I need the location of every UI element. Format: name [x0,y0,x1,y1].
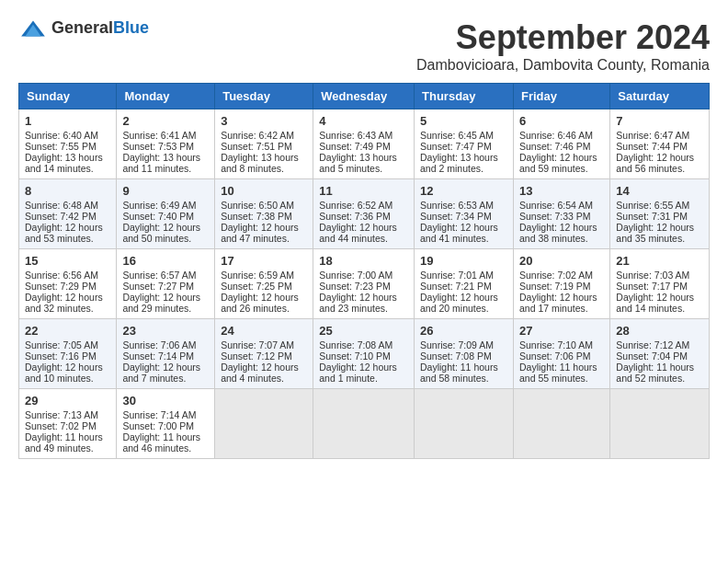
calendar-cell: 23 Sunrise: 7:06 AM Sunset: 7:14 PM Dayl… [117,319,215,389]
sunrise-label: Sunrise: 6:56 AM [25,270,98,281]
calendar-cell: 28 Sunrise: 7:12 AM Sunset: 7:04 PM Dayl… [610,319,710,389]
calendar-week-row: 22 Sunrise: 7:05 AM Sunset: 7:16 PM Dayl… [19,319,710,389]
daylight-label: Daylight: 12 hours and 4 minutes. [221,362,299,384]
day-number: 10 [221,184,307,198]
daylight-label: Daylight: 12 hours and 23 minutes. [319,292,397,314]
sunset-label: Sunset: 7:34 PM [420,211,492,222]
calendar-cell: 27 Sunrise: 7:10 AM Sunset: 7:06 PM Dayl… [513,319,609,389]
calendar-cell: 2 Sunrise: 6:41 AM Sunset: 7:53 PM Dayli… [117,109,215,179]
day-number: 9 [122,184,209,198]
sunset-label: Sunset: 7:36 PM [319,211,391,222]
day-number: 11 [319,184,408,198]
daylight-label: Daylight: 12 hours and 17 minutes. [519,292,597,314]
calendar-cell: 9 Sunrise: 6:49 AM Sunset: 7:40 PM Dayli… [117,179,215,249]
daylight-label: Daylight: 13 hours and 8 minutes. [221,152,299,174]
day-number: 17 [221,254,307,268]
daylight-label: Daylight: 13 hours and 2 minutes. [420,152,498,174]
sunrise-label: Sunrise: 6:43 AM [319,130,392,141]
daylight-label: Daylight: 12 hours and 1 minute. [319,362,397,384]
sunset-label: Sunset: 7:42 PM [25,211,97,222]
day-of-week-header: Wednesday [313,84,415,109]
calendar-week-row: 15 Sunrise: 6:56 AM Sunset: 7:29 PM Dayl… [19,249,710,319]
sunset-label: Sunset: 7:47 PM [420,141,492,152]
day-number: 27 [519,324,604,338]
sunrise-label: Sunrise: 7:03 AM [616,270,689,281]
day-number: 6 [519,114,604,128]
calendar-table: SundayMondayTuesdayWednesdayThursdayFrid… [18,83,710,459]
sunset-label: Sunset: 7:40 PM [122,211,194,222]
sunrise-label: Sunrise: 6:48 AM [25,200,98,211]
day-of-week-header: Tuesday [215,84,313,109]
daylight-label: Daylight: 11 hours and 46 minutes. [122,431,200,454]
sunset-label: Sunset: 7:19 PM [519,281,591,292]
title-area: September 2024 Dambovicioara, Dambovita … [416,18,710,74]
day-number: 25 [319,324,408,338]
daylight-label: Daylight: 12 hours and 59 minutes. [519,152,597,174]
sunset-label: Sunset: 7:51 PM [221,141,292,152]
sunset-label: Sunset: 7:21 PM [420,281,492,292]
sunrise-label: Sunrise: 6:55 AM [616,200,689,211]
day-number: 24 [221,324,307,338]
sunset-label: Sunset: 7:55 PM [25,141,97,152]
calendar-cell: 4 Sunrise: 6:43 AM Sunset: 7:49 PM Dayli… [313,109,415,179]
day-number: 20 [519,254,604,268]
logo-icon [18,19,48,38]
sunset-label: Sunset: 7:10 PM [319,350,391,362]
daylight-label: Daylight: 12 hours and 38 minutes. [519,222,597,244]
sunrise-label: Sunrise: 7:08 AM [319,339,392,350]
calendar-cell: 20 Sunrise: 7:02 AM Sunset: 7:19 PM Dayl… [513,249,609,319]
sunrise-label: Sunrise: 6:41 AM [122,130,196,141]
daylight-label: Daylight: 13 hours and 14 minutes. [25,152,103,174]
sunrise-label: Sunrise: 6:59 AM [221,270,294,281]
calendar-cell [215,389,313,459]
sunrise-label: Sunrise: 6:49 AM [122,200,196,211]
day-number: 2 [122,114,209,128]
calendar-week-row: 29 Sunrise: 7:13 AM Sunset: 7:02 PM Dayl… [19,389,710,459]
calendar-cell: 25 Sunrise: 7:08 AM Sunset: 7:10 PM Dayl… [313,319,415,389]
calendar-cell: 10 Sunrise: 6:50 AM Sunset: 7:38 PM Dayl… [215,179,313,249]
day-number: 18 [319,254,408,268]
sunset-label: Sunset: 7:44 PM [616,141,688,152]
day-number: 22 [25,324,110,338]
calendar-cell: 18 Sunrise: 7:00 AM Sunset: 7:23 PM Dayl… [313,249,415,319]
calendar-cell: 24 Sunrise: 7:07 AM Sunset: 7:12 PM Dayl… [215,319,313,389]
sunrise-label: Sunrise: 7:05 AM [25,339,98,350]
day-of-week-header: Saturday [610,84,710,109]
day-number: 23 [122,324,209,338]
sunrise-label: Sunrise: 7:01 AM [420,270,494,281]
logo: GeneralBlue [18,18,149,38]
sunrise-label: Sunrise: 6:40 AM [25,130,98,141]
calendar-cell: 21 Sunrise: 7:03 AM Sunset: 7:17 PM Dayl… [610,249,710,319]
calendar-cell: 15 Sunrise: 6:56 AM Sunset: 7:29 PM Dayl… [19,249,117,319]
sunrise-label: Sunrise: 7:06 AM [122,339,196,350]
daylight-label: Daylight: 12 hours and 53 minutes. [25,222,103,244]
sunset-label: Sunset: 7:23 PM [319,281,391,292]
sunset-label: Sunset: 7:49 PM [319,141,391,152]
location: Dambovicioara, Dambovita County, Romania [416,57,710,74]
day-number: 8 [25,184,110,198]
daylight-label: Daylight: 12 hours and 20 minutes. [420,292,498,314]
day-of-week-header: Sunday [19,84,117,109]
calendar-cell [610,389,710,459]
sunrise-label: Sunrise: 7:10 AM [519,339,593,350]
day-number: 26 [420,324,507,338]
sunset-label: Sunset: 7:12 PM [221,350,292,362]
day-number: 30 [122,394,209,408]
calendar-cell: 29 Sunrise: 7:13 AM Sunset: 7:02 PM Dayl… [19,389,117,459]
day-number: 19 [420,254,507,268]
calendar-cell: 26 Sunrise: 7:09 AM Sunset: 7:08 PM Dayl… [415,319,514,389]
sunrise-label: Sunrise: 6:53 AM [420,200,494,211]
calendar-week-row: 1 Sunrise: 6:40 AM Sunset: 7:55 PM Dayli… [19,109,710,179]
calendar-cell: 13 Sunrise: 6:54 AM Sunset: 7:33 PM Dayl… [513,179,609,249]
daylight-label: Daylight: 11 hours and 49 minutes. [25,431,103,454]
calendar-cell: 3 Sunrise: 6:42 AM Sunset: 7:51 PM Dayli… [215,109,313,179]
day-number: 13 [519,184,604,198]
calendar-cell [415,389,514,459]
calendar-cell: 8 Sunrise: 6:48 AM Sunset: 7:42 PM Dayli… [19,179,117,249]
day-of-week-header: Thursday [415,84,514,109]
sunset-label: Sunset: 7:33 PM [519,211,591,222]
day-number: 7 [616,114,703,128]
calendar-cell: 6 Sunrise: 6:46 AM Sunset: 7:46 PM Dayli… [513,109,609,179]
sunset-label: Sunset: 7:06 PM [519,350,591,362]
sunset-label: Sunset: 7:38 PM [221,211,292,222]
